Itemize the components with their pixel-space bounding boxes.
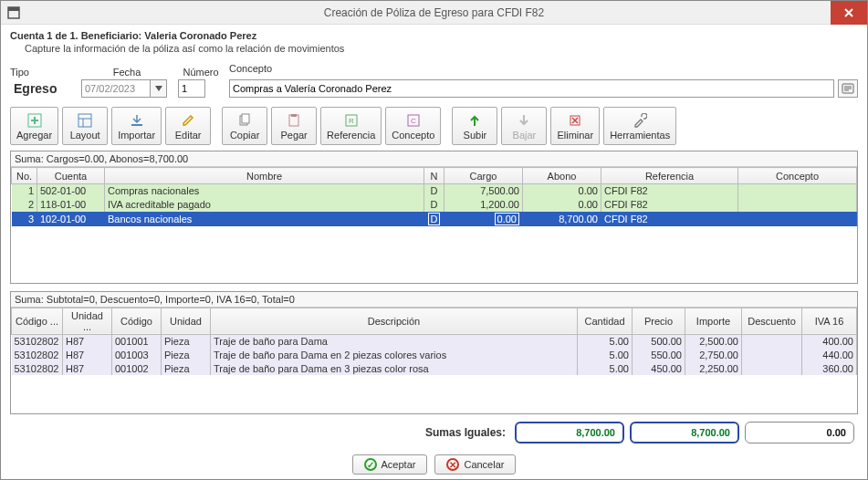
movimientos-summary: Suma: Cargos=0.00, Abonos=8,700.00 [11, 151, 857, 167]
aceptar-button[interactable]: ✓ Aceptar [352, 454, 428, 475]
detalle-header-row: Código ... Unidad ... Código Unidad Desc… [12, 308, 857, 334]
dialog-footer: ✓ Aceptar ✕ Cancelar [1, 449, 867, 480]
herramientas-button[interactable]: Herramientas [603, 107, 676, 145]
col-cantidad[interactable]: Cantidad [578, 308, 633, 334]
totals-cargos: 8,700.00 [515, 422, 624, 443]
reference-icon: R [343, 112, 360, 129]
table-row[interactable]: 53102802 H87 001001 Pieza Traje de baño … [12, 334, 857, 348]
detalle-grid[interactable]: Código ... Unidad ... Código Unidad Desc… [11, 308, 857, 376]
table-row[interactable]: 53102802 H87 001003 Pieza Traje de baño … [12, 348, 857, 361]
col-cuenta[interactable]: Cuenta [37, 168, 105, 184]
import-icon [129, 112, 145, 129]
table-row[interactable]: 2 118-01-00 IVA acreditable pagado D 1,2… [12, 198, 857, 212]
delete-icon [567, 112, 583, 129]
tools-icon [632, 112, 648, 129]
fecha-dropdown-button[interactable] [151, 79, 167, 98]
col-no[interactable]: No. [12, 168, 37, 184]
label-numero: Número [178, 67, 224, 78]
svg-rect-1 [8, 7, 19, 11]
table-row[interactable]: 53102802 H87 001002 Pieza Traje de baño … [12, 361, 857, 375]
subheader: Cuenta 1 de 1. Beneficiario: Valeria Cor… [1, 25, 867, 56]
titlebar: Creación de Póliza de Egreso para CFDI F… [1, 1, 867, 25]
check-icon: ✓ [364, 458, 377, 471]
totals-label: Sumas Iguales: [425, 426, 506, 439]
fecha-input[interactable] [81, 79, 151, 98]
paste-icon [286, 112, 302, 129]
concepto-button[interactable]: C Concepto [385, 107, 441, 145]
concept-icon: C [405, 112, 422, 129]
totals-row: Sumas Iguales: 8,700.00 8,700.00 0.00 [1, 414, 867, 449]
tipo-value: Egreso [10, 79, 60, 98]
col-cargo[interactable]: Cargo [444, 168, 523, 184]
layout-icon [77, 112, 93, 129]
svg-text:C: C [411, 117, 416, 125]
arrow-down-icon [516, 112, 532, 129]
table-row[interactable]: 1 502-01-00 Compras nacionales D 7,500.0… [12, 184, 857, 198]
eliminar-button[interactable]: Eliminar [550, 107, 600, 145]
concepto-input[interactable] [229, 79, 834, 98]
totals-diff: 0.00 [745, 422, 854, 443]
svg-rect-14 [291, 114, 297, 117]
movimientos-grid[interactable]: No. Cuenta Nombre N Cargo Abono Referenc… [11, 167, 857, 226]
movimientos-panel: Suma: Cargos=0.00, Abonos=8,700.00 No. C… [10, 151, 858, 284]
movimientos-header-row: No. Cuenta Nombre N Cargo Abono Referenc… [12, 168, 857, 184]
concepto-picker-button[interactable] [838, 79, 858, 98]
account-beneficiary-text: Cuenta 1 de 1. Beneficiario: Valeria Cor… [10, 30, 858, 41]
detalle-panel: Suma: Subtotal=0, Descuento=0, Importe=0… [10, 291, 858, 415]
totals-abonos: 8,700.00 [630, 422, 739, 443]
pegar-button[interactable]: Pegar [271, 107, 317, 145]
cancelar-button[interactable]: ✕ Cancelar [434, 454, 516, 475]
edit-icon [180, 112, 196, 129]
subir-button[interactable]: Subir [452, 107, 497, 145]
col-descripcion[interactable]: Descripción [211, 308, 578, 334]
arrow-up-icon [466, 112, 483, 129]
detalle-summary: Suma: Subtotal=0, Descuento=0, Importe=0… [11, 292, 857, 308]
label-concepto: Concepto [229, 63, 858, 74]
close-button[interactable] [831, 1, 867, 25]
numero-input[interactable] [178, 79, 205, 98]
col-referencia[interactable]: Referencia [601, 168, 738, 184]
svg-rect-10 [131, 124, 142, 126]
importar-button[interactable]: Importar [111, 107, 162, 145]
window-title: Creación de Póliza de Egreso para CFDI F… [1, 6, 867, 19]
col-n[interactable]: N [424, 168, 444, 184]
copiar-button[interactable]: Copiar [222, 107, 267, 145]
bajar-button[interactable]: Bajar [501, 107, 547, 145]
copy-icon [236, 112, 253, 129]
label-tipo: Tipo [10, 67, 76, 78]
col-codigo[interactable]: Código [112, 308, 162, 334]
svg-rect-12 [242, 114, 249, 123]
dialog-window: Creación de Póliza de Egreso para CFDI F… [0, 0, 868, 480]
editar-button[interactable]: Editar [165, 107, 211, 145]
svg-text:R: R [349, 117, 354, 125]
movimientos-empty-area [11, 226, 857, 283]
col-concepto[interactable]: Concepto [738, 168, 857, 184]
col-unidad-sat[interactable]: Unidad ... [63, 308, 112, 334]
app-icon [6, 5, 21, 20]
instructions-text: Capture la información de la póliza así … [10, 43, 858, 54]
form-row: Tipo Egreso Fecha Número Concepto [1, 56, 867, 103]
col-codigo-sat[interactable]: Código ... [12, 308, 63, 334]
col-nombre[interactable]: Nombre [105, 168, 424, 184]
col-descuento[interactable]: Descuento [742, 308, 802, 334]
layout-button[interactable]: Layout [62, 107, 108, 145]
col-unidad[interactable]: Unidad [162, 308, 211, 334]
col-abono[interactable]: Abono [523, 168, 601, 184]
referencia-button[interactable]: R Referencia [320, 107, 382, 145]
label-fecha: Fecha [81, 67, 173, 78]
detalle-empty-area [11, 375, 857, 413]
agregar-button[interactable]: Agregar [10, 107, 58, 145]
col-iva[interactable]: IVA 16 [802, 308, 857, 334]
toolbar: Agregar Layout Importar Editar Copiar Pe… [1, 103, 867, 151]
col-precio[interactable]: Precio [633, 308, 685, 334]
col-importe[interactable]: Importe [685, 308, 742, 334]
table-row-selected[interactable]: 3 102-01-00 Bancos nacionales D 0.00 8,7… [12, 212, 857, 226]
plus-icon [26, 112, 43, 129]
cancel-icon: ✕ [446, 458, 459, 471]
svg-rect-7 [78, 114, 91, 127]
